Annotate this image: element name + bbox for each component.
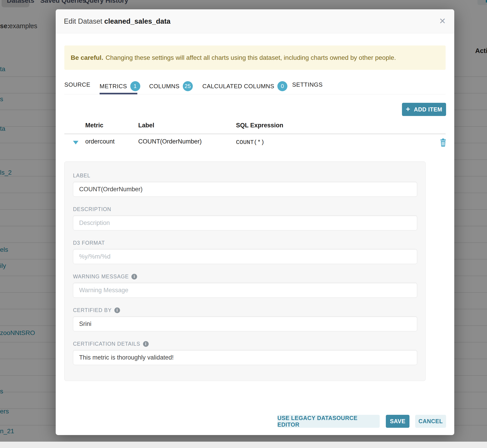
field-label-text: LABEL bbox=[73, 173, 90, 179]
close-icon[interactable]: ✕ bbox=[437, 15, 448, 27]
field-label-text: D3 FORMAT bbox=[73, 240, 105, 246]
modal-header: Edit Dataset cleaned_sales_data ✕ bbox=[56, 9, 454, 33]
active-tab-underline bbox=[100, 93, 137, 94]
certification-details-field-label: CERTIFICATION DETAILSi bbox=[73, 341, 149, 347]
tab-label: COLUMNS bbox=[149, 83, 180, 90]
certified-by-field-input[interactable] bbox=[73, 316, 417, 331]
modal-tabs: SOURCE METRICS1 COLUMNS25 CALCULATED COL… bbox=[64, 77, 446, 94]
d3-format-field-label: D3 FORMAT bbox=[73, 240, 105, 246]
metric-sql-cell: COUNT(*) bbox=[236, 139, 264, 146]
tab-source[interactable]: SOURCE bbox=[64, 81, 90, 88]
save-button[interactable]: SAVE bbox=[386, 415, 409, 428]
field-label-text: WARNING MESSAGE bbox=[73, 273, 129, 280]
info-icon[interactable]: i bbox=[114, 307, 120, 313]
field-label-text: DESCRIPTION bbox=[73, 206, 111, 212]
field-label-text: CERTIFIED BY bbox=[73, 307, 112, 313]
row-expand-caret-icon[interactable] bbox=[73, 141, 79, 144]
add-item-button[interactable]: + ADD ITEM bbox=[402, 103, 446, 116]
column-header-label: Label bbox=[138, 122, 154, 129]
warning-message-field-label: WARNING MESSAGEi bbox=[73, 273, 137, 280]
modal-title: Edit Dataset cleaned_sales_data bbox=[64, 9, 170, 33]
label-field-label: LABEL bbox=[73, 173, 90, 179]
tab-settings[interactable]: SETTINGS bbox=[292, 81, 323, 88]
screen: Datasets Saved Queries Query History se:… bbox=[0, 0, 487, 448]
tab-label: SOURCE bbox=[64, 81, 90, 88]
columns-count-badge: 25 bbox=[183, 81, 193, 91]
description-field-input[interactable] bbox=[73, 215, 417, 230]
table-header-divider bbox=[64, 133, 446, 134]
tab-label: CALCULATED COLUMNS bbox=[202, 83, 274, 90]
edit-dataset-modal: Edit Dataset cleaned_sales_data ✕ Be car… bbox=[56, 9, 454, 435]
metric-label-cell: COUNT(OrderNumber) bbox=[138, 138, 202, 145]
modal-title-prefix: Edit Dataset bbox=[64, 17, 104, 25]
plus-icon: + bbox=[406, 105, 410, 113]
column-header-metric: Metric bbox=[85, 122, 104, 129]
tab-label: SETTINGS bbox=[292, 81, 323, 88]
warning-banner-bold: Be careful. bbox=[71, 54, 103, 61]
metric-name-cell: ordercount bbox=[85, 138, 115, 145]
field-label-text: CERTIFICATION DETAILS bbox=[73, 341, 140, 347]
tab-label: METRICS bbox=[100, 83, 127, 90]
warning-banner: Be careful. Changing these settings will… bbox=[64, 46, 446, 70]
info-icon[interactable]: i bbox=[143, 341, 149, 347]
metrics-count-badge: 1 bbox=[130, 81, 140, 91]
warning-banner-text: Changing these settings will affect all … bbox=[105, 54, 396, 61]
description-field-label: DESCRIPTION bbox=[73, 206, 111, 212]
info-icon[interactable]: i bbox=[131, 274, 137, 280]
tab-calculated-columns[interactable]: CALCULATED COLUMNS0 bbox=[202, 81, 287, 91]
d3-format-field-input[interactable] bbox=[73, 249, 417, 264]
dataset-name: cleaned_sales_data bbox=[104, 17, 170, 25]
use-legacy-datasource-editor-button[interactable]: USE LEGACY DATASOURCE EDITOR bbox=[277, 415, 380, 428]
tab-metrics[interactable]: METRICS1 bbox=[100, 81, 140, 91]
add-item-label: ADD ITEM bbox=[414, 106, 442, 113]
horizontal-scrollbar[interactable] bbox=[0, 442, 487, 448]
column-header-sql-expression: SQL Expression bbox=[236, 122, 283, 129]
cancel-button[interactable]: CANCEL bbox=[415, 415, 446, 428]
metric-detail-panel: LABEL DESCRIPTION D3 FORMAT WARNING MESS… bbox=[64, 161, 426, 381]
warning-message-field-input[interactable] bbox=[73, 283, 417, 298]
delete-metric-icon[interactable] bbox=[439, 138, 447, 148]
certified-by-field-label: CERTIFIED BYi bbox=[73, 307, 120, 313]
tab-columns[interactable]: COLUMNS25 bbox=[149, 81, 193, 91]
calculated-columns-count-badge: 0 bbox=[277, 81, 287, 91]
label-field-input[interactable] bbox=[73, 182, 417, 197]
certification-details-field-input[interactable] bbox=[73, 350, 417, 365]
